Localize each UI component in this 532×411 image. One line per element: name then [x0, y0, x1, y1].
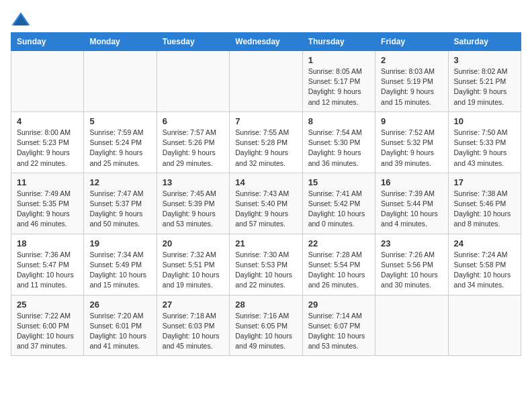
day-number: 23 [381, 238, 442, 248]
day-of-week-header: Tuesday [157, 33, 229, 51]
calendar-cell: 14Sunrise: 7:43 AM Sunset: 5:40 PM Dayli… [230, 173, 302, 234]
calendar-cell [375, 295, 448, 356]
day-number: 28 [235, 300, 296, 310]
calendar-cell: 11Sunrise: 7:49 AM Sunset: 5:35 PM Dayli… [11, 173, 84, 234]
day-number: 24 [454, 238, 515, 248]
day-info: Sunrise: 7:34 AM Sunset: 5:49 PM Dayligh… [89, 250, 150, 291]
day-number: 2 [381, 55, 442, 65]
calendar-table: SundayMondayTuesdayWednesdayThursdayFrid… [11, 32, 521, 356]
calendar-cell: 1Sunrise: 8:05 AM Sunset: 5:17 PM Daylig… [302, 51, 375, 112]
calendar-cell: 29Sunrise: 7:14 AM Sunset: 6:07 PM Dayli… [302, 295, 375, 356]
calendar-cell: 28Sunrise: 7:16 AM Sunset: 6:05 PM Dayli… [230, 295, 302, 356]
calendar-cell: 19Sunrise: 7:34 AM Sunset: 5:49 PM Dayli… [84, 234, 157, 295]
day-number: 15 [308, 177, 369, 187]
day-number: 9 [381, 116, 442, 126]
calendar-week-row: 1Sunrise: 8:05 AM Sunset: 5:17 PM Daylig… [11, 51, 521, 112]
calendar-cell: 8Sunrise: 7:54 AM Sunset: 5:30 PM Daylig… [302, 111, 375, 173]
day-info: Sunrise: 7:20 AM Sunset: 6:01 PM Dayligh… [89, 311, 150, 352]
day-number: 20 [163, 238, 224, 248]
calendar-cell: 23Sunrise: 7:26 AM Sunset: 5:56 PM Dayli… [375, 234, 448, 295]
day-number: 3 [454, 55, 515, 65]
calendar-cell: 6Sunrise: 7:57 AM Sunset: 5:26 PM Daylig… [157, 111, 229, 173]
calendar-cell [84, 51, 157, 112]
calendar-cell: 27Sunrise: 7:18 AM Sunset: 6:03 PM Dayli… [157, 295, 229, 356]
day-info: Sunrise: 7:28 AM Sunset: 5:54 PM Dayligh… [308, 250, 369, 291]
day-number: 17 [454, 177, 515, 187]
day-number: 19 [89, 238, 150, 248]
day-number: 4 [17, 116, 78, 126]
calendar-cell: 17Sunrise: 7:38 AM Sunset: 5:46 PM Dayli… [448, 173, 521, 234]
calendar-cell: 9Sunrise: 7:52 AM Sunset: 5:32 PM Daylig… [375, 111, 448, 173]
day-info: Sunrise: 7:57 AM Sunset: 5:26 PM Dayligh… [163, 128, 224, 169]
calendar-cell: 25Sunrise: 7:22 AM Sunset: 6:00 PM Dayli… [11, 295, 84, 356]
day-info: Sunrise: 8:00 AM Sunset: 5:23 PM Dayligh… [17, 128, 78, 169]
calendar-cell: 20Sunrise: 7:32 AM Sunset: 5:51 PM Dayli… [157, 234, 229, 295]
day-info: Sunrise: 7:38 AM Sunset: 5:46 PM Dayligh… [454, 189, 515, 230]
day-info: Sunrise: 7:55 AM Sunset: 5:28 PM Dayligh… [235, 128, 296, 169]
day-of-week-header: Thursday [302, 33, 375, 51]
day-info: Sunrise: 7:41 AM Sunset: 5:42 PM Dayligh… [308, 189, 369, 230]
day-of-week-header: Wednesday [230, 33, 302, 51]
day-info: Sunrise: 7:18 AM Sunset: 6:03 PM Dayligh… [163, 311, 224, 352]
day-info: Sunrise: 7:39 AM Sunset: 5:44 PM Dayligh… [381, 189, 442, 230]
calendar-cell: 13Sunrise: 7:45 AM Sunset: 5:39 PM Dayli… [157, 173, 229, 234]
day-number: 16 [381, 177, 442, 187]
calendar-cell: 12Sunrise: 7:47 AM Sunset: 5:37 PM Dayli… [84, 173, 157, 234]
day-number: 7 [235, 116, 296, 126]
calendar-cell: 4Sunrise: 8:00 AM Sunset: 5:23 PM Daylig… [11, 111, 84, 173]
calendar-cell: 3Sunrise: 8:02 AM Sunset: 5:21 PM Daylig… [448, 51, 521, 112]
day-number: 13 [163, 177, 224, 187]
calendar-cell: 24Sunrise: 7:24 AM Sunset: 5:58 PM Dayli… [448, 234, 521, 295]
day-info: Sunrise: 7:54 AM Sunset: 5:30 PM Dayligh… [308, 128, 369, 169]
calendar-cell [157, 51, 229, 112]
day-of-week-header: Friday [375, 33, 448, 51]
day-info: Sunrise: 7:36 AM Sunset: 5:47 PM Dayligh… [17, 250, 78, 291]
calendar-cell: 10Sunrise: 7:50 AM Sunset: 5:33 PM Dayli… [448, 111, 521, 173]
day-of-week-header: Saturday [448, 33, 521, 51]
day-number: 25 [17, 300, 78, 310]
day-info: Sunrise: 7:50 AM Sunset: 5:33 PM Dayligh… [454, 128, 515, 169]
day-number: 11 [17, 177, 78, 187]
day-info: Sunrise: 7:43 AM Sunset: 5:40 PM Dayligh… [235, 189, 296, 230]
day-info: Sunrise: 7:49 AM Sunset: 5:35 PM Dayligh… [17, 189, 78, 230]
calendar-cell: 7Sunrise: 7:55 AM Sunset: 5:28 PM Daylig… [230, 111, 302, 173]
day-info: Sunrise: 7:52 AM Sunset: 5:32 PM Dayligh… [381, 128, 442, 169]
logo-icon [11, 11, 31, 27]
day-info: Sunrise: 7:24 AM Sunset: 5:58 PM Dayligh… [454, 250, 515, 291]
day-number: 1 [308, 55, 369, 65]
day-of-week-header: Sunday [11, 33, 84, 51]
calendar-cell [448, 295, 521, 356]
calendar-cell [11, 51, 84, 112]
calendar-cell: 22Sunrise: 7:28 AM Sunset: 5:54 PM Dayli… [302, 234, 375, 295]
day-number: 27 [163, 300, 224, 310]
calendar-cell: 15Sunrise: 7:41 AM Sunset: 5:42 PM Dayli… [302, 173, 375, 234]
day-number: 22 [308, 238, 369, 248]
day-info: Sunrise: 8:03 AM Sunset: 5:19 PM Dayligh… [381, 66, 442, 107]
day-number: 21 [235, 238, 296, 248]
day-info: Sunrise: 7:47 AM Sunset: 5:37 PM Dayligh… [89, 189, 150, 230]
page-header [11, 11, 521, 27]
day-info: Sunrise: 7:26 AM Sunset: 5:56 PM Dayligh… [381, 250, 442, 291]
day-info: Sunrise: 8:02 AM Sunset: 5:21 PM Dayligh… [454, 66, 515, 107]
calendar-cell: 2Sunrise: 8:03 AM Sunset: 5:19 PM Daylig… [375, 51, 448, 112]
day-info: Sunrise: 7:16 AM Sunset: 6:05 PM Dayligh… [235, 311, 296, 352]
day-number: 10 [454, 116, 515, 126]
day-of-week-header: Monday [84, 33, 157, 51]
calendar-cell [230, 51, 302, 112]
calendar-cell: 26Sunrise: 7:20 AM Sunset: 6:01 PM Dayli… [84, 295, 157, 356]
day-info: Sunrise: 7:14 AM Sunset: 6:07 PM Dayligh… [308, 311, 369, 352]
day-number: 12 [89, 177, 150, 187]
calendar-cell: 5Sunrise: 7:59 AM Sunset: 5:24 PM Daylig… [84, 111, 157, 173]
day-info: Sunrise: 7:45 AM Sunset: 5:39 PM Dayligh… [163, 189, 224, 230]
calendar-week-row: 18Sunrise: 7:36 AM Sunset: 5:47 PM Dayli… [11, 234, 521, 295]
day-info: Sunrise: 7:32 AM Sunset: 5:51 PM Dayligh… [163, 250, 224, 291]
day-number: 29 [308, 300, 369, 310]
logo [11, 11, 34, 27]
calendar-week-row: 4Sunrise: 8:00 AM Sunset: 5:23 PM Daylig… [11, 111, 521, 173]
calendar-cell: 18Sunrise: 7:36 AM Sunset: 5:47 PM Dayli… [11, 234, 84, 295]
day-number: 14 [235, 177, 296, 187]
day-number: 5 [89, 116, 150, 126]
day-number: 6 [163, 116, 224, 126]
calendar-cell: 16Sunrise: 7:39 AM Sunset: 5:44 PM Dayli… [375, 173, 448, 234]
day-info: Sunrise: 7:22 AM Sunset: 6:00 PM Dayligh… [17, 311, 78, 352]
